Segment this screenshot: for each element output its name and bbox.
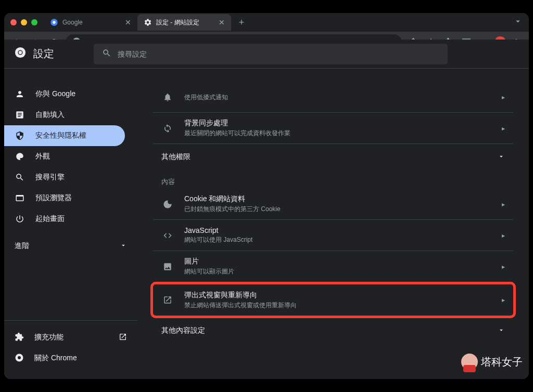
palette-icon	[15, 152, 25, 161]
setting-row-cookies[interactable]: Cookie 和網站資料 已封鎖無痕模式中的第三方 Cookie ▸	[153, 189, 513, 220]
highlight-annotation: 彈出式視窗與重新導向 禁止網站傳送彈出式視窗或使用重新導向 ▸	[150, 282, 516, 318]
sidebar-item-label: 預設瀏覽器	[35, 193, 72, 203]
sidebar-item-label: 關於 Chrome	[34, 354, 77, 363]
svg-point-5	[18, 356, 21, 359]
svg-point-1	[53, 21, 55, 23]
window-titlebar: Google ✕ 設定 - 網站設定 ✕ +	[4, 13, 529, 32]
settings-sidebar: 你與 Google 自動填入 安全性與隱私權 外觀 搜尋引擎 預設瀏覽器	[4, 53, 137, 379]
chevron-right-icon: ▸	[502, 201, 505, 208]
chevron-right-icon: ▸	[502, 263, 505, 270]
chevron-right-icon: ▸	[502, 94, 505, 101]
person-icon	[15, 89, 25, 99]
chevron-right-icon: ▸	[502, 296, 505, 304]
setting-row-background-sync[interactable]: 背景同步處理 最近關閉的網站可以完成資料收發作業 ▸	[153, 113, 513, 144]
sidebar-item-autofill[interactable]: 自動填入	[4, 104, 125, 125]
chevron-down-icon[interactable]	[513, 17, 523, 28]
sidebar-item-label: 擴充功能	[34, 333, 64, 342]
sidebar-item-you-and-google[interactable]: 你與 Google	[4, 84, 125, 104]
close-tab-icon[interactable]: ✕	[219, 18, 225, 27]
sidebar-advanced-label: 進階	[15, 241, 29, 251]
section-other-content[interactable]: 其他內容設定	[153, 318, 513, 344]
setting-row-notifications[interactable]: 使用低擾式通知 ▸	[153, 82, 513, 113]
maximize-window-button[interactable]	[31, 19, 37, 25]
sidebar-item-default-browser[interactable]: 預設瀏覽器	[4, 188, 125, 208]
browser-icon	[15, 193, 25, 203]
setting-subtitle: 使用低擾式通知	[184, 93, 491, 102]
tab-label: Google	[62, 19, 83, 26]
cookie-icon	[161, 200, 174, 209]
setting-title: 背景同步處理	[184, 119, 491, 128]
setting-title: 圖片	[184, 257, 491, 266]
watermark: 塔科女子	[461, 354, 523, 370]
external-link-icon	[119, 333, 127, 343]
setting-subtitle: 禁止網站傳送彈出式視窗或使用重新導向	[184, 301, 491, 310]
chrome-logo-icon	[15, 47, 26, 61]
sidebar-item-label: 起始畫面	[35, 214, 65, 224]
setting-subtitle: 網站可以顯示圖片	[184, 267, 491, 276]
svg-point-8	[19, 51, 22, 54]
setting-subtitle: 網站可以使用 JavaScript	[184, 236, 491, 244]
chevron-right-icon: ▸	[502, 125, 505, 132]
traffic-lights	[10, 19, 37, 25]
google-icon	[50, 18, 58, 27]
sidebar-item-label: 外觀	[35, 152, 50, 161]
chevron-right-icon: ▸	[502, 232, 505, 239]
setting-row-popups[interactable]: 彈出式視窗與重新導向 禁止網站傳送彈出式視窗或使用重新導向 ▸	[153, 284, 513, 316]
tab-settings[interactable]: 設定 - 網站設定 ✕	[137, 14, 231, 31]
page-title: 設定	[33, 47, 54, 61]
search-icon	[102, 48, 111, 60]
sidebar-item-label: 你與 Google	[35, 89, 75, 99]
sidebar-item-label: 安全性與隱私權	[35, 131, 86, 140]
chevron-down-icon	[498, 153, 505, 162]
setting-title: Cookie 和網站資料	[184, 194, 491, 204]
power-icon	[15, 214, 25, 224]
tab-label: 設定 - 網站設定	[156, 18, 199, 27]
image-icon	[161, 262, 174, 271]
bell-icon	[161, 93, 174, 102]
tab-google[interactable]: Google ✕	[44, 14, 137, 31]
chevron-down-icon	[120, 242, 127, 251]
watermark-text: 塔科女子	[481, 355, 523, 369]
close-window-button[interactable]	[10, 19, 17, 25]
code-icon	[161, 231, 174, 240]
sidebar-item-appearance[interactable]: 外觀	[4, 146, 125, 167]
setting-row-javascript[interactable]: JavaScript 網站可以使用 JavaScript ▸	[153, 220, 513, 251]
search-input[interactable]	[118, 50, 439, 58]
setting-subtitle: 最近關閉的網站可以完成資料收發作業	[184, 129, 491, 138]
new-tab-button[interactable]: +	[235, 17, 248, 28]
sidebar-item-startup[interactable]: 起始畫面	[4, 208, 125, 229]
section-content-label: 內容	[153, 170, 513, 189]
sidebar-item-label: 搜尋引擎	[35, 173, 65, 182]
chrome-icon	[15, 353, 24, 364]
minimize-window-button[interactable]	[21, 19, 27, 25]
settings-header: 設定	[4, 40, 529, 69]
shield-icon	[15, 131, 25, 140]
settings-search[interactable]	[94, 44, 448, 64]
sidebar-item-extensions[interactable]: 擴充功能	[4, 327, 137, 348]
close-tab-icon[interactable]: ✕	[125, 18, 131, 27]
sidebar-advanced-toggle[interactable]: 進階	[4, 236, 137, 256]
section-label: 其他內容設定	[161, 326, 205, 335]
section-other-permissions[interactable]: 其他權限	[153, 144, 513, 170]
search-icon	[15, 173, 25, 182]
settings-main-panel: 使用低擾式通知 ▸ 背景同步處理 最近關閉的網站可以完成資料收發作業 ▸ 其他權…	[137, 53, 529, 379]
sidebar-item-privacy-security[interactable]: 安全性與隱私權	[4, 125, 125, 146]
sidebar-item-about[interactable]: 關於 Chrome	[4, 348, 137, 369]
popup-icon	[161, 295, 174, 305]
section-label: 其他權限	[161, 152, 191, 162]
setting-row-images[interactable]: 圖片 網站可以顯示圖片 ▸	[153, 251, 513, 282]
watermark-avatar-icon	[461, 354, 478, 370]
sidebar-item-search[interactable]: 搜尋引擎	[4, 167, 125, 188]
setting-subtitle: 已封鎖無痕模式中的第三方 Cookie	[184, 205, 491, 214]
sync-icon	[161, 124, 174, 133]
setting-title: 彈出式視窗與重新導向	[184, 291, 491, 300]
gear-icon	[144, 18, 152, 27]
sidebar-item-label: 自動填入	[35, 110, 65, 120]
puzzle-icon	[15, 332, 24, 343]
autofill-icon	[15, 110, 25, 120]
setting-title: JavaScript	[184, 226, 491, 234]
chevron-down-icon	[498, 326, 505, 335]
